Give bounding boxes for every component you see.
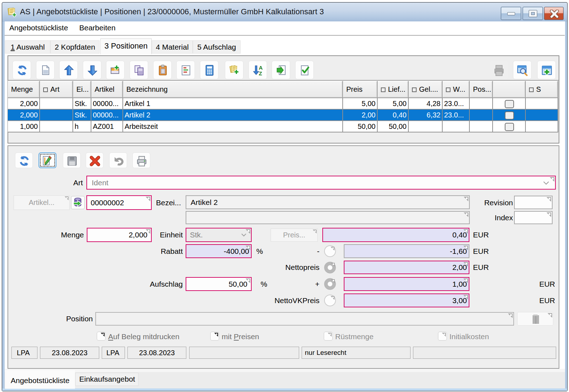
svg-text:Z: Z bbox=[259, 70, 262, 76]
svg-text:A: A bbox=[259, 65, 263, 71]
